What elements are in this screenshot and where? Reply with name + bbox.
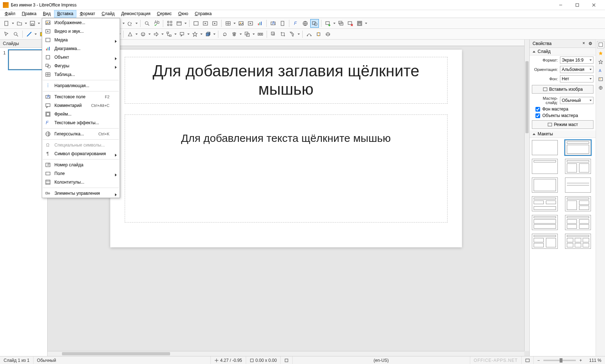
menuitem-formcontrols[interactable]: Элементы управления [42,189,120,198]
menu-справка[interactable]: Справка [191,10,215,18]
section-slide[interactable]: Слайд [530,48,596,55]
save-dropdown[interactable] [37,23,40,24]
menu-окно[interactable]: Окно [175,10,192,18]
insert-image-button[interactable] [237,19,245,28]
delete-slide-button[interactable] [346,19,355,28]
menu-сервис[interactable]: Сервис [154,10,175,18]
gluepoints-tool[interactable] [314,30,323,39]
align-tool[interactable] [230,30,239,39]
line-color-button[interactable] [25,30,34,39]
insert-media-button[interactable] [246,19,255,28]
layout-t-2c-bottom[interactable] [532,196,558,211]
duplicate-slide-button[interactable] [337,19,345,28]
menuitem-image[interactable]: Изображение... [42,18,120,27]
layout-t-c-2c[interactable] [565,196,591,211]
stars-dropdown[interactable] [200,33,203,35]
tab-navigator[interactable] [597,84,604,91]
points-tool[interactable] [305,30,313,39]
menuitem-hyperlink[interactable]: Гиперссылка...Ctrl+K [42,130,120,138]
rotate-tool[interactable] [221,30,229,39]
select-tool[interactable] [2,30,11,39]
vertical-scrollbar[interactable] [524,40,529,351]
insert-vtext-button[interactable] [278,19,287,28]
slide-layout-button[interactable] [355,19,364,28]
show-draw-functions-button[interactable] [310,19,319,28]
content-placeholder[interactable]: Для добавления текста щёлкните мышью [125,114,448,223]
3d-dropdown[interactable] [213,33,216,35]
new-slide-dropdown[interactable] [333,23,336,24]
horizontal-scrollbar[interactable] [48,351,524,356]
menuitem-media2[interactable]: Медиа [42,36,120,44]
master-mode-button[interactable]: Режим маст [532,120,593,129]
views-dropdown[interactable] [184,23,187,24]
tab-slide-transition[interactable] [597,50,604,57]
table-dropdown[interactable] [233,23,236,24]
menuitem-table[interactable]: Таблица... [42,70,120,79]
layout-content[interactable] [532,177,558,193]
sidebar-close-icon[interactable]: × [581,41,586,46]
zoom-slider-cell[interactable]: −+ [534,356,586,364]
menu-вставка[interactable]: Вставка [54,10,77,18]
sidebar-settings-icon[interactable]: ⚙ [588,41,593,46]
callout-dropdown[interactable] [187,33,190,35]
spellcheck-button[interactable]: Abc [152,19,161,28]
layout-blank[interactable] [532,140,558,155]
distribute-tool[interactable] [256,30,264,39]
menu-файл[interactable]: Файл [1,10,19,18]
format-combo[interactable]: Экран 16:9 [560,57,593,64]
tab-gallery[interactable] [597,76,604,83]
start-from-first-button[interactable] [201,19,210,28]
save-button[interactable] [28,19,37,28]
insert-fontwork-button[interactable]: F [292,19,300,28]
menuitem-chart[interactable]: Диаграмма... [42,44,120,53]
menu-демонстрация[interactable]: Демонстрация [118,10,154,18]
title-placeholder[interactable]: Для добавления заглавия щёлкните мышью [125,57,448,104]
new-button[interactable] [2,19,11,28]
master-objects-check[interactable] [535,113,540,118]
menuitem-comment[interactable]: КомментарийCtrl+Alt+C [42,101,120,110]
block-arrows-tool[interactable] [152,30,160,39]
3d-objects-tool[interactable] [204,30,212,39]
extrusion-tool[interactable] [324,30,332,39]
undo-dropdown[interactable] [122,23,125,24]
filter-dropdown[interactable] [297,33,300,35]
menu-вид[interactable]: Вид [40,10,54,18]
tab-master-slides[interactable]: A [597,67,604,74]
arrange-dropdown[interactable] [252,33,255,35]
background-combo[interactable]: Нет [560,75,593,82]
layout-4content[interactable] [565,215,591,230]
section-layouts[interactable]: Макеты [530,130,596,138]
master-combo[interactable]: Обычный [560,97,593,104]
layout-t-2c-c[interactable] [532,234,558,249]
menuitem-object[interactable]: Объект [42,53,120,62]
align-dropdown[interactable] [239,33,242,35]
arrange-tool[interactable] [243,30,252,39]
basic-shapes-tool[interactable] [126,30,134,39]
layout-title-2content[interactable] [565,159,591,174]
tab-animation[interactable] [597,58,604,66]
callouts-tool[interactable] [178,30,186,39]
new-slide-button[interactable] [324,19,332,28]
open-dropdown[interactable] [25,23,27,24]
layout-2over1[interactable] [532,215,558,230]
blockarrow-dropdown[interactable] [161,33,164,35]
flowchart-dropdown[interactable] [174,33,177,35]
status-signature[interactable] [281,356,293,364]
zoom-fit-button[interactable] [522,356,534,364]
menuitem-guide[interactable]: Направляющая... [42,81,120,90]
layout-centered[interactable] [565,177,591,193]
menuitem-textbox[interactable]: AТекстовое полеF2 [42,93,120,101]
stars-tool[interactable] [191,30,199,39]
menuitem-media[interactable]: Видео и звук... [42,27,120,36]
tab-properties[interactable] [597,41,604,48]
insert-table-button[interactable] [224,19,232,28]
menuitem-slidenumber[interactable]: #Номер слайда [42,161,120,169]
menu-слайд[interactable]: Слайд [98,10,118,18]
find-button[interactable] [143,19,151,28]
redo-dropdown[interactable] [135,23,138,24]
orientation-combo[interactable]: Альбомная [560,66,593,73]
maximize-button[interactable] [569,0,586,10]
insert-chart-button[interactable] [255,19,264,28]
master-bg-check[interactable] [535,107,540,112]
linecolor-dropdown[interactable] [34,33,37,35]
